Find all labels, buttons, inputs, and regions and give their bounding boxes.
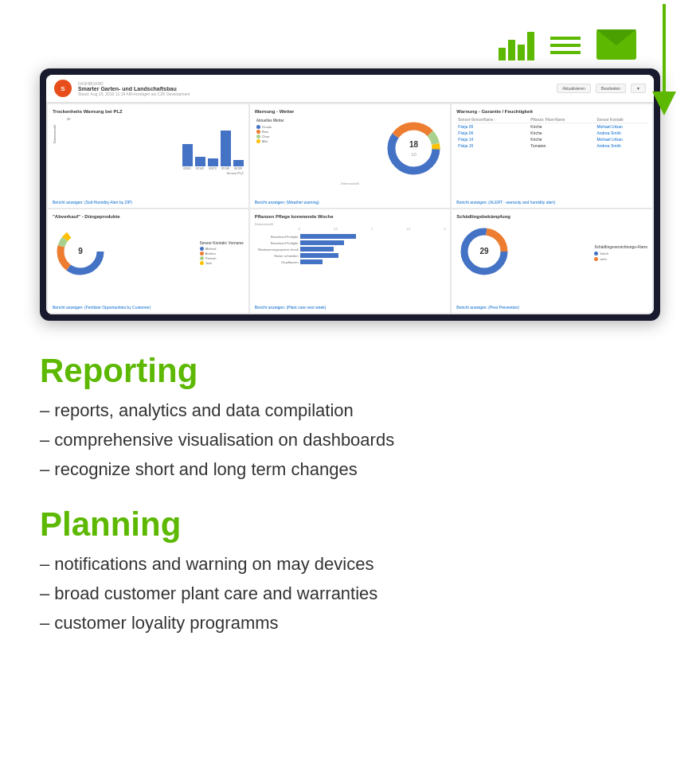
hbar-bar-5: [300, 259, 323, 264]
sensor-kontakt-label: Sensor Kontakt: Vorname: [200, 241, 244, 245]
card-pest-control: Schädlingsbekämpfung 29 Schädlingsvernic…: [452, 209, 652, 313]
edit-button: Bearbeiten: [596, 84, 626, 93]
weather-donut: 18 10: [384, 119, 444, 178]
card-guarantee-humidity: Warnung - Garantie / Feuchtigkeit Sensor…: [452, 104, 652, 208]
card-dryness-warning: Trockenheits Warnung bei PLZ Datensatzah…: [48, 104, 248, 208]
dashboard-inner: S DASHBOARD Smarter Garten- und Landscha…: [46, 75, 654, 314]
plant-kirche2: Kirche: [529, 130, 595, 136]
bar-82041: [182, 144, 193, 166]
sensor-floija15: Floija 15: [456, 142, 529, 149]
svg-text:29: 29: [480, 247, 490, 255]
table-header-contact: Sensor Kontakt: [595, 117, 647, 123]
svg-text:9: 9: [78, 247, 83, 255]
hbar-label-2: Beschneid Frühjahr: [255, 241, 299, 245]
svg-marker-2: [652, 92, 676, 115]
dashboard-subtitle: Stand: Aug 15, 2019 11:19 AM-Anzeigen al…: [78, 92, 190, 96]
card1-link: Bericht anzeigen: (Soil-Humidity Alert b…: [53, 200, 132, 205]
legend-partosh: Partosh: [200, 256, 244, 260]
planning-bullet-1: – notifications and warning on may devic…: [40, 551, 660, 577]
card3-title: Warnung - Garantie / Feuchtigkeit: [456, 109, 647, 114]
hbar-row-2: Beschneid Frühjahr: [255, 240, 446, 245]
table-row: Floija 14 Kirche Michael Urban: [456, 136, 647, 142]
table-header-sensor: Sensor-SensorName ↑: [456, 117, 529, 123]
svg-marker-0: [596, 29, 636, 45]
card5-title: Pflanzen Pflege kommende Woche: [255, 214, 446, 219]
card-fertilizer: "Abverkauf" - Düngeprodukte 9 Sensor Kon…: [48, 209, 248, 313]
actuelles-wetter-label: Aktuelles Wetter: [256, 119, 284, 123]
hbar-bar-4: [300, 253, 338, 258]
weather-clear: Clear: [256, 135, 284, 138]
top-icons-area: [0, 0, 700, 60]
pest-legend: Schädlingsvernichtungs-Alarm falsch wahr: [594, 245, 647, 261]
svg-text:10: 10: [411, 152, 416, 157]
legend-falsch: falsch: [594, 252, 647, 255]
planning-bullet-3: – customer loyality programms: [40, 610, 660, 636]
reporting-heading: Reporting: [40, 353, 660, 389]
card4-title: "Abverkauf" - Düngeprodukte: [53, 214, 244, 219]
dashboard-grid: Trockenheits Warnung bei PLZ Datensatzah…: [46, 103, 654, 314]
sensor-table: Sensor-SensorName ↑ Pflanze: Plant-Name …: [456, 117, 647, 149]
legend-wahr: wahr: [594, 257, 647, 261]
dashboard-header-left: S DASHBOARD Smarter Garten- und Landscha…: [54, 80, 190, 97]
plant-kirche1: Kirche: [529, 123, 595, 131]
legend-michael: Michael: [200, 247, 244, 251]
dashboard-title: Smarter Garten- und Landschaftsbau: [78, 86, 190, 92]
legend-jack: Jack: [200, 261, 244, 265]
bar-85748: [221, 131, 231, 166]
hbar-label-1: Beschneid Frühjahr: [255, 235, 299, 239]
pest-donut: 29: [456, 224, 512, 283]
hbar-bar-1: [300, 234, 356, 239]
svg-text:18: 18: [409, 140, 419, 149]
reporting-bullets: – reports, analytics and data compilatio…: [40, 397, 660, 482]
table-row: Floija 15 Tomaten Andrea Smith: [456, 142, 647, 149]
planning-heading: Planning: [40, 506, 660, 543]
weather-mist: Mist: [256, 139, 284, 143]
table-row: Floija 05 Kirche Michael Urban: [456, 123, 647, 131]
bar-85072: [208, 158, 218, 166]
icon-group: [499, 24, 636, 60]
fertilizer-donut: 9: [53, 224, 108, 283]
bar-label-5: 86199: [233, 167, 244, 170]
card2-title: Warnung - Wetter: [255, 109, 446, 114]
planning-bullets: – notifications and warning on may devic…: [40, 551, 660, 636]
card1-title: Trockenheits Warnung bei PLZ: [53, 109, 244, 114]
hbar-label-4: Hecke schneiden: [255, 254, 299, 258]
x-axis-numbers: 00.511.52: [255, 228, 446, 231]
card5-link: Bericht anzeigen: (Plant care next week): [255, 305, 327, 310]
x-axis-label: Sensor PLZ: [211, 171, 244, 175]
dashboard-header: S DASHBOARD Smarter Garten- und Landscha…: [46, 75, 654, 103]
hbar-bar-3: [300, 247, 334, 252]
bar-label-4: 85748: [221, 167, 231, 170]
y-axis-label: Datensatzahl: [53, 125, 57, 143]
hbar-bar-2: [300, 240, 344, 245]
content-section: Reporting – reports, analytics and data …: [0, 345, 700, 684]
legend-andrea: Andrea: [200, 252, 244, 255]
datensatzahl-label: Datensatzahl: [255, 180, 446, 187]
hbar-row-4: Hecke schneiden: [255, 253, 446, 258]
sensor-floija06: Floija 06: [456, 130, 529, 136]
dashboard-logo: S: [54, 80, 72, 97]
plant-tomaten: Tomaten: [529, 142, 595, 149]
pest-alarm-label: Schädlingsvernichtungs-Alarm: [594, 245, 647, 249]
contact-michael2: Michael Urban: [595, 136, 647, 142]
card6-link: Bericht anzeigen: (Pest Prevention): [456, 305, 519, 310]
mail-icon: [596, 29, 636, 60]
contact-andrea2: Andrea Smith: [595, 142, 647, 149]
card3-link: Bericht anzeigen: (ALERT - warranty and …: [456, 200, 555, 205]
reporting-bullet-1: – reports, analytics and data compilatio…: [40, 397, 660, 423]
hbar-label-5: Umpflanzen: [255, 260, 299, 264]
bar-label-2: 82140: [195, 167, 205, 170]
card-plant-care: Pflanzen Pflege kommende Woche Datensatz…: [250, 209, 451, 313]
dashboard-title-block: DASHBOARD Smarter Garten- und Landschaft…: [78, 81, 190, 96]
hbar-chart: Beschneid Frühjahr Beschneid Frühjahr Be…: [255, 234, 446, 264]
weather-clouds: Clouds: [256, 125, 284, 129]
weather-rain: Rain: [256, 130, 284, 134]
hbar-label-3: Bewässerungssystem check: [255, 248, 299, 252]
dashboard-header-right: Aktualisieren Bearbeiten ▼: [557, 84, 646, 93]
hbar-row-3: Bewässerungssystem check: [255, 247, 446, 252]
table-row: Floija 06 Kirche Andrea Smith: [456, 130, 647, 136]
list-icon: [550, 31, 581, 60]
dashboard-screenshot: S DASHBOARD Smarter Garten- und Landscha…: [40, 68, 660, 321]
card6-title: Schädlingsbekämpfung: [456, 214, 647, 219]
reporting-bullet-2: – comprehensive visualisation on dashboa…: [40, 427, 660, 453]
